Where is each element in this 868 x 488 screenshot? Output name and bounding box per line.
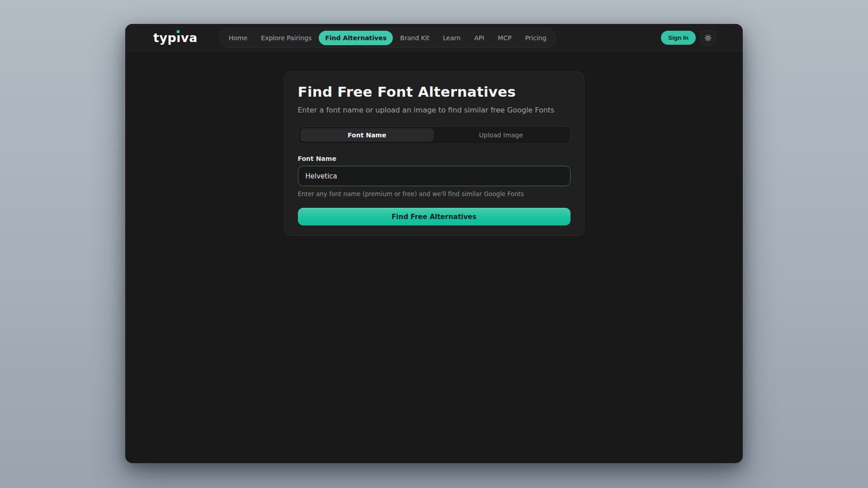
find-alternatives-card: Find Free Font Alternatives Enter a font…	[284, 71, 585, 236]
nav-item-brand-kit[interactable]: Brand Kit	[394, 31, 436, 45]
nav-item-mcp[interactable]: MCP	[491, 31, 518, 45]
input-helper-text: Enter any font name (premium or free) an…	[298, 190, 571, 197]
nav-item-find-alternatives[interactable]: Find Alternatives	[319, 31, 393, 45]
find-free-alternatives-button[interactable]: Find Free Alternatives	[298, 208, 571, 225]
nav-item-learn[interactable]: Learn	[437, 31, 467, 45]
input-mode-tabs: Font Name Upload Image	[298, 126, 571, 144]
nav-item-explore-pairings[interactable]: Explore Pairings	[255, 31, 318, 45]
page-title: Find Free Font Alternatives	[298, 84, 571, 100]
nav-item-pricing[interactable]: Pricing	[519, 31, 552, 45]
sign-in-button[interactable]: Sign In	[661, 31, 696, 45]
nav-item-api[interactable]: API	[468, 31, 491, 45]
font-name-label: Font Name	[298, 155, 571, 162]
app-window: typıva Home Explore Pairings Find Altern…	[125, 24, 743, 463]
theme-toggle-button[interactable]	[700, 30, 716, 46]
main-content: Find Free Font Alternatives Enter a font…	[125, 52, 743, 236]
logo-text-post: va	[181, 31, 198, 45]
nav-item-home[interactable]: Home	[222, 31, 254, 45]
navbar: typıva Home Explore Pairings Find Altern…	[125, 24, 743, 52]
sun-icon	[704, 34, 712, 42]
logo-text-pre: typ	[153, 31, 176, 45]
primary-nav: Home Explore Pairings Find Alternatives …	[219, 28, 556, 48]
brand-logo[interactable]: typıva	[153, 31, 198, 45]
tab-font-name[interactable]: Font Name	[300, 128, 434, 142]
font-name-input[interactable]	[298, 166, 571, 186]
page-subtitle: Enter a font name or upload an image to …	[298, 106, 571, 114]
tab-upload-image[interactable]: Upload Image	[434, 128, 568, 142]
logo-accent-dot: ı	[176, 31, 181, 45]
